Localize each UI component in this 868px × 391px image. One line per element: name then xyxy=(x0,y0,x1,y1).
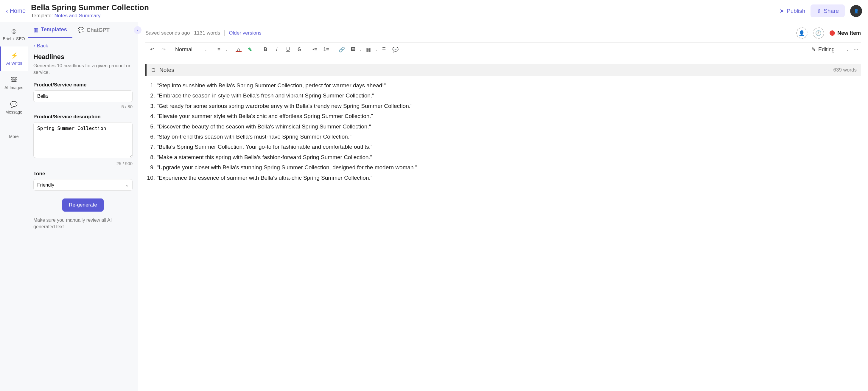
list-text: "Stay on-trend this season with Bella's … xyxy=(157,132,351,141)
list-text: "Discover the beauty of the season with … xyxy=(157,122,371,131)
list-item[interactable]: 7."Bella's Spring Summer Collection: You… xyxy=(147,143,861,151)
new-item-status[interactable]: New Item xyxy=(830,30,861,36)
new-item-label: New Item xyxy=(837,30,861,36)
list-item[interactable]: 6."Stay on-trend this season with Bella'… xyxy=(147,132,861,141)
chevron-down-icon: ⌄ xyxy=(846,48,849,52)
highlight-button[interactable]: ✎ xyxy=(245,44,255,55)
list-number: 5. xyxy=(147,122,155,131)
upload-icon: ⇧ xyxy=(816,7,821,14)
home-link[interactable]: ‹ Home xyxy=(6,7,26,14)
list-item[interactable]: 5."Discover the beauty of the season wit… xyxy=(147,122,861,131)
editing-mode-select[interactable]: ✎ Editing ⌄ xyxy=(811,46,849,53)
pencil-icon: ✎ xyxy=(811,46,816,53)
list-item[interactable]: 4."Elevate your summer style with Bella'… xyxy=(147,112,861,121)
main-row: ◎ Brief + SEO ⚡ AI Writer 🖼 AI Images 💬 … xyxy=(0,22,868,391)
history-button[interactable]: 🕘 xyxy=(813,27,824,39)
red-dot-icon xyxy=(830,30,835,36)
tab-chatgpt[interactable]: 💬 ChatGPT xyxy=(72,22,115,38)
add-user-button[interactable]: 👤 xyxy=(796,27,808,39)
style-label: Normal xyxy=(175,47,192,53)
review-note: Make sure you manually review all AI gen… xyxy=(33,217,132,230)
product-description-input[interactable] xyxy=(33,122,132,158)
text-color-button[interactable]: A xyxy=(234,44,244,55)
share-label: Share xyxy=(824,8,839,14)
editor-toolbar: ↶ ↷ Normal ⌄ ≡ ⌄ A ✎ B I U S •≡ xyxy=(145,42,861,59)
chevron-down-icon: ⌄ xyxy=(225,48,228,52)
image-button[interactable]: 🖼 xyxy=(348,44,358,55)
regenerate-button[interactable]: Re-generate xyxy=(62,199,104,212)
list-text: "Experience the essence of summer with B… xyxy=(157,174,373,182)
rail-label: AI Images xyxy=(4,85,23,90)
list-number: 7. xyxy=(147,143,155,151)
user-plus-icon: 👤 xyxy=(799,30,805,36)
more-toolbar-button[interactable]: ⋯ xyxy=(851,44,861,55)
redo-button[interactable]: ↷ xyxy=(158,44,168,55)
publish-label: Publish xyxy=(787,8,805,14)
books-icon: ▥ xyxy=(33,27,38,33)
rail-label: More xyxy=(9,134,19,139)
product-name-input[interactable] xyxy=(33,90,132,102)
editing-label: Editing xyxy=(818,47,835,53)
panel-heading: Headlines xyxy=(33,53,132,61)
image-icon: 🖼 xyxy=(11,77,17,84)
rail-message[interactable]: 💬 Message xyxy=(0,95,28,120)
document-title[interactable]: Bella Spring Summer Collection xyxy=(31,3,774,12)
list-text: "Upgrade your closet with Bella's stunni… xyxy=(157,163,417,172)
link-button[interactable]: 🔗 xyxy=(337,44,347,55)
clear-format-button[interactable]: T xyxy=(379,44,389,55)
rail-more[interactable]: ⋯ More xyxy=(0,120,28,144)
rail-ai-writer[interactable]: ⚡ AI Writer xyxy=(0,47,28,71)
list-text: "Make a statement this spring with Bella… xyxy=(157,153,372,162)
align-button[interactable]: ≡ xyxy=(214,44,224,55)
share-button[interactable]: ⇧ Share xyxy=(810,4,845,17)
template-line: Template: Notes and Summary xyxy=(31,13,774,19)
italic-button[interactable]: I xyxy=(272,44,282,55)
strikethrough-button[interactable]: S xyxy=(294,44,304,55)
numbered-list-button[interactable]: 1≡ xyxy=(321,44,331,55)
paragraph-style-select[interactable]: Normal ⌄ xyxy=(172,47,210,53)
list-number: 3. xyxy=(147,101,155,111)
tab-label: Templates xyxy=(41,27,67,33)
list-item[interactable]: 1."Step into sunshine with Bella's Sprin… xyxy=(147,81,861,90)
panel-description: Generates 10 headlines for a given produ… xyxy=(33,63,132,76)
list-number: 10. xyxy=(147,174,155,182)
older-versions-link[interactable]: Older versions xyxy=(224,30,261,36)
list-number: 2. xyxy=(147,91,155,100)
chevron-left-icon: ‹ xyxy=(137,28,138,32)
underline-button[interactable]: U xyxy=(283,44,293,55)
list-item[interactable]: 3."Get ready for some serious spring war… xyxy=(147,101,861,111)
content-list[interactable]: 1."Step into sunshine with Bella's Sprin… xyxy=(145,81,861,184)
list-item[interactable]: 2."Embrace the season in style with Bell… xyxy=(147,91,861,100)
tab-templates[interactable]: ▥ Templates xyxy=(28,22,72,38)
chevron-down-icon: ⌄ xyxy=(359,48,362,52)
panel-tabs: ▥ Templates 💬 ChatGPT ‹ xyxy=(28,22,138,38)
send-icon: ➤ xyxy=(779,7,784,14)
rail-brief-seo[interactable]: ◎ Brief + SEO xyxy=(0,22,28,47)
undo-button[interactable]: ↶ xyxy=(147,44,157,55)
editor-top-right: 👤 🕘 New Item xyxy=(796,27,861,39)
list-item[interactable]: 8."Make a statement this spring with Bel… xyxy=(147,153,861,162)
list-item[interactable]: 9."Upgrade your closet with Bella's stun… xyxy=(147,163,861,172)
bold-button[interactable]: B xyxy=(260,44,271,55)
publish-button[interactable]: ➤ Publish xyxy=(779,7,805,14)
target-icon: ◎ xyxy=(11,27,17,35)
template-panel: ▥ Templates 💬 ChatGPT ‹ ‹ Back Headlines… xyxy=(28,22,138,391)
list-item[interactable]: 10."Experience the essence of summer wit… xyxy=(147,174,861,182)
template-link[interactable]: Notes and Summary xyxy=(54,13,100,19)
table-button[interactable]: ▦ xyxy=(363,44,374,55)
name-counter: 5 / 80 xyxy=(33,104,132,109)
notes-label: Notes xyxy=(159,67,174,73)
chevron-down-icon: ⌄ xyxy=(204,48,207,52)
tone-select[interactable]: Friendly xyxy=(33,179,132,191)
topbar-right: ➤ Publish ⇧ Share 👤 xyxy=(779,4,862,17)
bullet-list-button[interactable]: •≡ xyxy=(310,44,320,55)
chevron-left-icon: ‹ xyxy=(6,7,8,14)
list-number: 4. xyxy=(147,112,155,121)
word-count: 1131 words xyxy=(194,30,220,36)
back-link[interactable]: ‹ Back xyxy=(33,43,132,49)
topbar: ‹ Home Bella Spring Summer Collection Te… xyxy=(0,0,868,22)
collapse-panel-button[interactable]: ‹ xyxy=(134,26,142,34)
comment-button[interactable]: 💬 xyxy=(390,44,400,55)
user-avatar[interactable]: 👤 xyxy=(850,5,862,17)
rail-ai-images[interactable]: 🖼 AI Images xyxy=(0,71,28,95)
